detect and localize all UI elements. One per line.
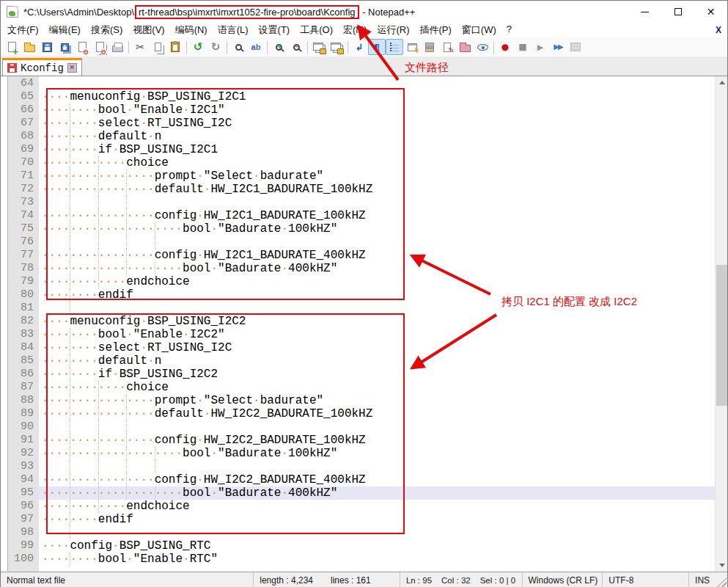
- vertical-scrollbar[interactable]: [715, 76, 727, 572]
- macro-record-icon[interactable]: ●: [496, 39, 514, 55]
- bookmark-margin[interactable]: [1, 513, 8, 526]
- monitoring-icon[interactable]: [474, 39, 491, 55]
- bookmark-margin[interactable]: [1, 553, 8, 566]
- sync-vertical-scroll-icon[interactable]: [310, 39, 328, 55]
- line-text[interactable]: ············choice: [39, 156, 715, 169]
- copy-icon[interactable]: [149, 39, 166, 55]
- bookmark-margin[interactable]: [1, 381, 8, 394]
- line-text[interactable]: ················config·HW_I2C2_BADURATE_…: [39, 473, 715, 486]
- bookmark-margin[interactable]: [1, 275, 8, 288]
- code-line-94[interactable]: 94················config·HW_I2C2_BADURAT…: [1, 473, 727, 486]
- code-line-70[interactable]: 70············choice: [1, 156, 727, 169]
- bookmark-margin[interactable]: [1, 526, 8, 539]
- code-line-90[interactable]: 90: [1, 420, 727, 434]
- minimize-button[interactable]: [628, 1, 661, 23]
- code-line-69[interactable]: 69········if·BSP_USING_I2C1: [1, 143, 727, 156]
- define-language-icon[interactable]: [403, 39, 421, 55]
- line-text[interactable]: [39, 302, 715, 315]
- tab-close-icon[interactable]: ✕: [67, 63, 77, 73]
- code-line-82[interactable]: 82····menuconfig·BSP_USING_I2C2: [1, 315, 727, 328]
- bookmark-margin[interactable]: [1, 302, 8, 315]
- bookmark-margin[interactable]: [1, 447, 8, 460]
- code-line-88[interactable]: 88················prompt·"Select·badurat…: [1, 394, 727, 407]
- line-text[interactable]: ················prompt·"Select·badurate": [39, 394, 715, 407]
- code-line-66[interactable]: 66········bool·"Enable·I2C1": [1, 103, 727, 117]
- bookmark-margin[interactable]: [1, 143, 8, 156]
- code-line-72[interactable]: 72················default·HW_I2C1_BADURA…: [1, 183, 727, 196]
- bookmark-margin[interactable]: [1, 77, 8, 90]
- code-line-65[interactable]: 65····menuconfig·BSP_USING_I2C1: [1, 90, 727, 103]
- close-all-icon[interactable]: [91, 39, 109, 55]
- line-text[interactable]: ····menuconfig·BSP_USING_I2C2: [39, 315, 715, 328]
- bookmark-margin[interactable]: [1, 249, 8, 262]
- bookmark-margin[interactable]: [1, 500, 8, 513]
- menu-item-5[interactable]: 语言(L): [213, 23, 254, 37]
- sync-horizontal-scroll-icon[interactable]: [328, 39, 345, 55]
- bookmark-margin[interactable]: [1, 103, 8, 117]
- menu-item-10[interactable]: 插件(P): [415, 23, 457, 37]
- line-text[interactable]: [39, 196, 715, 209]
- line-text[interactable]: ················config·HW_I2C2_BADURATE_…: [39, 434, 715, 447]
- line-text[interactable]: [39, 236, 715, 249]
- line-text[interactable]: ····················bool·"Badurate·100kH…: [39, 447, 715, 460]
- redo-icon[interactable]: ↻: [207, 39, 224, 55]
- code-line-78[interactable]: 78····················bool·"Badurate·400…: [1, 262, 727, 275]
- line-text[interactable]: ················default·HW_I2C1_BADURATE…: [39, 183, 715, 196]
- line-text[interactable]: ····················bool·"Badurate·400kH…: [39, 262, 715, 275]
- menu-item-12[interactable]: ?: [501, 23, 517, 37]
- bookmark-margin[interactable]: [1, 539, 8, 553]
- bookmark-margin[interactable]: [1, 222, 8, 236]
- code-line-98[interactable]: 98: [1, 526, 727, 539]
- menu-item-1[interactable]: 编辑(E): [44, 23, 86, 37]
- line-text[interactable]: ········endif: [39, 288, 715, 302]
- menu-item-9[interactable]: 运行(R): [372, 23, 414, 37]
- line-text[interactable]: ········if·BSP_USING_I2C1: [39, 143, 715, 156]
- bookmark-margin[interactable]: [1, 209, 8, 222]
- bookmark-margin[interactable]: [1, 434, 8, 447]
- line-text[interactable]: ············endchoice: [39, 500, 715, 513]
- menu-item-11[interactable]: 窗口(W): [457, 23, 501, 37]
- show-indent-guide-icon[interactable]: [386, 39, 403, 55]
- line-text[interactable]: ················config·HW_I2C1_BADURATE_…: [39, 249, 715, 262]
- code-line-83[interactable]: 83········bool·"Enable·I2C2": [1, 328, 727, 341]
- line-text[interactable]: ················default·HW_I2C2_BADURATE…: [39, 407, 715, 420]
- code-line-79[interactable]: 79············endchoice: [1, 275, 727, 288]
- zoom-in-icon[interactable]: +: [270, 39, 287, 55]
- bookmark-margin[interactable]: [1, 473, 8, 486]
- close-icon[interactable]: [73, 39, 91, 55]
- line-text[interactable]: ········bool·"Enable·I2C1": [39, 103, 715, 117]
- line-text[interactable]: ········bool·"Enable·RTC": [39, 553, 715, 566]
- save-icon[interactable]: [38, 39, 56, 55]
- bookmark-margin[interactable]: [1, 486, 8, 500]
- bookmark-margin[interactable]: [1, 262, 8, 275]
- line-text[interactable]: ········default·n: [39, 130, 715, 143]
- bookmark-margin[interactable]: [1, 90, 8, 103]
- line-text[interactable]: ········endif: [39, 513, 715, 526]
- code-line-84[interactable]: 84········select·RT_USING_I2C: [1, 341, 727, 354]
- code-line-99[interactable]: 99····config·BSP_USING_RTC: [1, 539, 727, 553]
- bookmark-margin[interactable]: [1, 460, 8, 473]
- code-line-97[interactable]: 97········endif: [1, 513, 727, 526]
- bookmark-margin[interactable]: [1, 354, 8, 368]
- code-line-67[interactable]: 67········select·RT_USING_I2C: [1, 117, 727, 130]
- bookmark-margin[interactable]: [1, 341, 8, 354]
- bookmark-margin[interactable]: [1, 156, 8, 169]
- replace-icon[interactable]: ab: [247, 39, 265, 55]
- close-button[interactable]: ✕: [694, 1, 727, 23]
- bookmark-margin[interactable]: [1, 183, 8, 196]
- line-text[interactable]: ········default·n: [39, 354, 715, 368]
- folder-as-workspace-icon[interactable]: [456, 39, 474, 55]
- line-text[interactable]: ········select·RT_USING_I2C: [39, 117, 715, 130]
- undo-icon[interactable]: ↺: [189, 39, 207, 55]
- code-line-81[interactable]: 81: [1, 302, 727, 315]
- cut-icon[interactable]: ✂: [131, 39, 149, 55]
- bookmark-margin[interactable]: [1, 420, 8, 434]
- function-list-icon[interactable]: [438, 39, 456, 55]
- bookmark-margin[interactable]: [1, 236, 8, 249]
- code-line-80[interactable]: 80········endif: [1, 288, 727, 302]
- menu-item-8[interactable]: 宏(M): [338, 23, 372, 37]
- bookmark-margin[interactable]: [1, 196, 8, 209]
- new-file-icon[interactable]: [3, 39, 21, 55]
- macro-run-multiple-icon[interactable]: ▶▶: [549, 39, 567, 55]
- save-all-icon[interactable]: [56, 39, 73, 55]
